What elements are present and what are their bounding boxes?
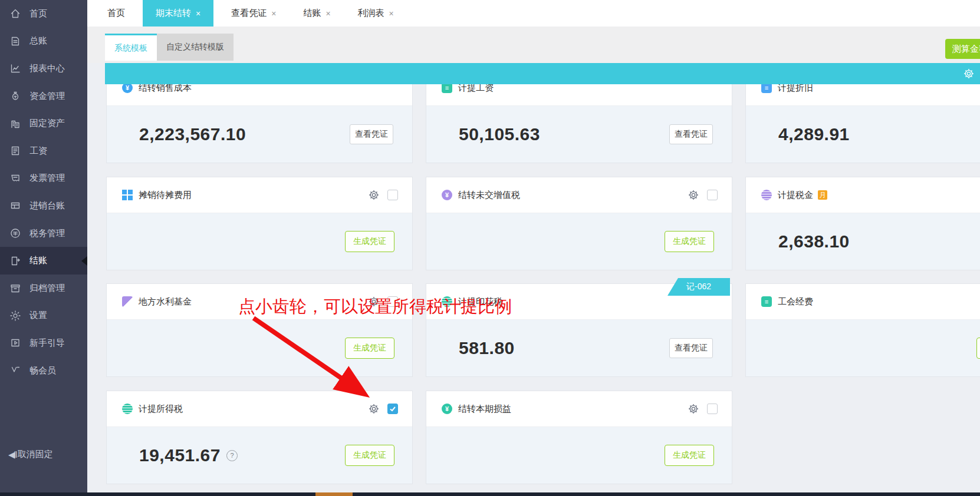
sidebar-item-settings[interactable]: 设置 [0,302,87,330]
card-body: 2,223,567.10查看凭证 [107,106,412,163]
sidebar-item-member[interactable]: 畅会员 [0,357,87,385]
help-icon[interactable]: ? [226,450,238,461]
close-icon[interactable]: × [325,9,330,18]
pin-icon: ◀‖ [8,449,17,460]
tax-icon [9,227,21,239]
task-checkbox[interactable] [707,404,718,414]
tab-label: 结账 [303,8,321,19]
view-voucher-button[interactable]: 查看凭证 [669,124,713,144]
tab-label: 首页 [107,8,125,19]
settings-icon [9,310,21,322]
generate-voucher-button[interactable]: 生成凭证 [345,445,394,466]
coins-icon [122,404,133,414]
member-icon [9,365,21,376]
card-header: 摊销待摊费用 [107,177,412,213]
close-icon[interactable]: × [271,9,276,18]
sidebar-item-guide[interactable]: 新手引导 [0,329,87,357]
sidebar-item-report[interactable]: 报表中心 [0,55,87,82]
card-body: 50,105.63查看凭证 [426,106,732,163]
card-title: 摊销待摊费用 [139,190,192,201]
view-voucher-button[interactable]: 查看凭证 [669,338,713,358]
sidebar-item-tax[interactable]: 税务管理 [0,220,87,247]
annotation-text: 点小齿轮，可以设置所得税计提比例 [238,296,512,316]
sidebar-item-label: 税务管理 [29,228,65,239]
subtab-0[interactable]: 系统模板 [105,34,157,61]
card-body: 生成凭证 [426,213,732,270]
closing-task-card: 计提所得税 19,451.67?生成凭证 [106,391,413,484]
closing-icon [9,255,21,267]
card-title: 工会经费 [778,296,813,307]
sidebar-item-archive[interactable]: 归档管理 [0,275,87,302]
generate-voucher-button[interactable]: 生成凭证 [665,231,714,252]
generate-voucher-button[interactable]: 生成凭证 [976,338,980,359]
sidebar-item-closing[interactable]: 结账 [0,247,87,275]
calc-amount-button[interactable]: 测算金额 [945,39,980,59]
sidebar-item-trade[interactable]: 进销台账 [0,192,87,220]
card-body: 581.80查看凭证 [426,320,732,376]
subtab-bar: 系统模板自定义结转模版 测算金额 [87,27,980,63]
closing-task-card: 计提税金月2,638.10查看凭证 [745,177,980,270]
yen-circle-icon: ¥ [442,190,452,200]
sidebar-item-ledger[interactable]: 总账 [0,28,87,55]
card-title: 结转本期损益 [458,404,511,415]
amount-value: 2,638.10 [746,232,850,252]
main-area: 首页期末结转×查看凭证×结账×利润表× 系统模板自定义结转模版 测算金额 ¥结转… [87,0,980,496]
tab-home[interactable]: 首页 [98,0,134,27]
card-title: 地方水利基金 [139,296,192,307]
salary-icon [9,145,21,157]
unpin-label: 取消固定 [18,449,53,460]
generate-voucher-button[interactable]: 生成凭证 [345,231,394,252]
sidebar-item-label: 新手引导 [29,338,65,349]
task-checkbox[interactable] [387,190,398,200]
sidebar-item-home[interactable]: 首页 [0,0,87,28]
sidebar-item-label: 固定资产 [29,118,65,129]
tab-2[interactable]: 查看凭证× [222,0,285,27]
tab-4[interactable]: 利润表× [348,0,403,27]
generate-voucher-button[interactable]: 生成凭证 [665,445,714,466]
sidebar-item-label: 归档管理 [29,283,65,294]
subtab-1[interactable]: 自定义结转模版 [157,34,234,61]
sidebar-item-label: 报表中心 [29,63,65,74]
sidebar-item-salary[interactable]: 工资 [0,137,87,165]
gear-icon[interactable] [688,190,699,200]
gear-icon[interactable] [688,404,699,414]
close-icon[interactable]: × [196,9,200,18]
header-band [105,63,980,84]
trade-icon [9,200,21,211]
tab-1[interactable]: 期末结转× [143,0,213,27]
task-checkbox[interactable] [707,190,718,200]
generate-voucher-button[interactable]: 生成凭证 [345,338,394,359]
task-checkbox[interactable] [387,404,398,414]
close-icon[interactable]: × [389,9,394,18]
taskbar-active-item[interactable] [315,492,353,496]
sidebar-item-label: 总账 [29,35,47,47]
archive-icon [9,282,21,294]
amount-value: 2,223,567.10 [107,124,246,144]
voucher-ribbon[interactable]: 记-062 [667,278,730,296]
card-header: 计提税金月 [746,177,980,213]
closing-task-card: ≡工会经费生成凭证 [745,283,980,377]
tab-3[interactable]: 结账× [294,0,340,27]
sidebar-item-label: 进销台账 [29,200,65,211]
card-body: 2,638.10查看凭证 [746,213,980,270]
sidebar-item-invoice[interactable]: 发票管理 [0,165,87,193]
card-body: 生成凭证 [426,427,732,484]
gear-icon[interactable] [963,68,974,79]
sidebar: 首页总账报表中心资金管理固定资产工资发票管理进销台账税务管理结账归档管理设置新手… [0,0,87,492]
closing-task-card: 摊销待摊费用 生成凭证 [106,177,413,270]
card-body: 4,289.91查看凭证 [746,106,980,163]
card-body: 生成凭证 [107,213,412,270]
home-icon [9,8,21,19]
content-area: ¥结转销售成本2,223,567.10查看凭证≡计提工资50,105.63查看凭… [87,63,980,492]
monthly-badge: 月 [818,190,827,200]
unpin-button[interactable]: ◀‖ 取消固定 [8,449,53,460]
sidebar-item-funds[interactable]: 资金管理 [0,82,87,110]
gear-icon[interactable] [369,404,379,414]
invoice-icon [9,173,21,184]
yen-circle-icon: ¥ [442,404,452,414]
view-voucher-button[interactable]: 查看凭证 [350,124,393,144]
taskbar-strip [0,492,980,496]
sidebar-item-assets[interactable]: 固定资产 [0,110,87,137]
gear-icon[interactable] [369,190,379,200]
tab-label: 期末结转 [156,8,191,19]
